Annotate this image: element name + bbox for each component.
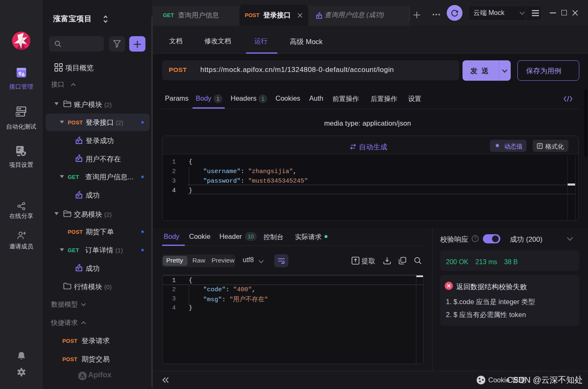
svg-text:?: ? (474, 236, 477, 241)
